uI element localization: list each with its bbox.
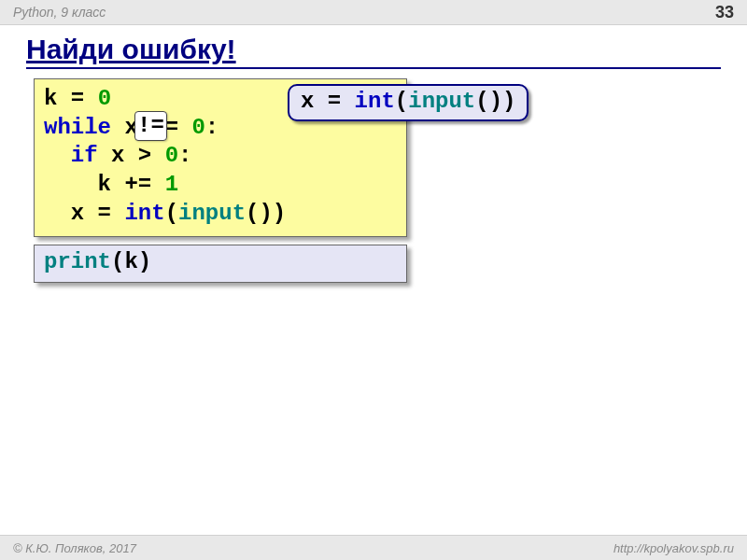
title-underline	[26, 67, 721, 69]
code-token-func: input	[408, 89, 475, 114]
code-token: :	[205, 115, 218, 140]
callout-input: x = int(input())	[288, 84, 529, 121]
slide: Python, 9 класс 33 Найди ошибку! k = 0 w…	[0, 0, 747, 560]
code-token-func: print	[44, 249, 111, 274]
code-token-number: 0	[98, 86, 111, 111]
code-indent	[44, 172, 98, 197]
title-area: Найди ошибку!	[26, 34, 721, 69]
code-token-func: int	[355, 89, 395, 114]
code-token-number: 1	[165, 172, 178, 197]
code-token: (	[111, 249, 124, 274]
header-bar: Python, 9 класс 33	[0, 0, 747, 25]
code-token: ())	[475, 89, 515, 114]
code-token: x >	[98, 143, 165, 168]
code-line-print: print(k)	[44, 249, 397, 276]
code-token: x =	[71, 201, 125, 226]
code-line-3: if x > 0:	[44, 142, 397, 171]
code-line-4: k += 1	[44, 171, 397, 200]
code-token: )	[138, 249, 151, 274]
code-token-number: 0	[191, 115, 204, 140]
code-token: k	[124, 249, 137, 274]
code-token: k	[44, 86, 57, 111]
page-number: 33	[715, 3, 734, 22]
footer-copyright: © К.Ю. Поляков, 2017	[13, 541, 136, 555]
code-token: (	[165, 201, 178, 226]
course-label: Python, 9 класс	[13, 5, 106, 20]
code-token-keyword: if	[71, 143, 98, 168]
code-indent	[44, 201, 71, 226]
footer-bar: © К.Ю. Поляков, 2017 http://kpolyakov.sp…	[0, 535, 747, 560]
code-token-number: 0	[165, 143, 178, 168]
code-token: x =	[301, 89, 355, 114]
ne-text: !=	[137, 113, 164, 138]
code-line-5: x = int(input())	[44, 200, 397, 229]
code-token	[178, 115, 191, 140]
code-token-func: input	[178, 201, 246, 226]
code-block-print: print(k)	[34, 245, 407, 283]
highlight-not-equal: !=	[134, 111, 167, 141]
code-token: k +=	[98, 172, 165, 197]
code-token: (	[395, 89, 408, 114]
code-token: =	[57, 86, 97, 111]
code-token: :	[178, 143, 191, 168]
code-token-func: int	[124, 201, 164, 226]
footer-url: http://kpolyakov.spb.ru	[613, 541, 734, 555]
code-indent	[44, 143, 71, 168]
code-token-keyword: while	[44, 115, 111, 140]
code-token: ())	[246, 201, 286, 226]
page-title: Найди ошибку!	[26, 34, 721, 67]
